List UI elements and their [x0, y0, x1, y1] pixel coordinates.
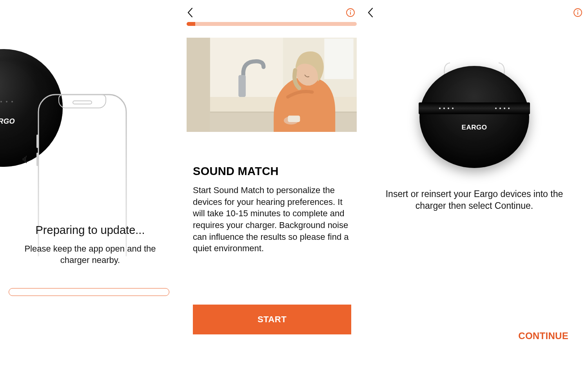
- svg-rect-6: [350, 12, 351, 15]
- svg-point-20: [577, 10, 579, 11]
- svg-rect-13: [324, 38, 353, 79]
- back-icon[interactable]: [186, 7, 195, 18]
- sound-match-heading: SOUND MATCH: [193, 165, 351, 178]
- svg-rect-1: [73, 101, 92, 104]
- continue-button-label: CONTINUE: [518, 330, 568, 341]
- screen-insert-devices: EARGO Insert or reinsert your Eargo devi…: [361, 0, 588, 387]
- charger-device: [419, 66, 529, 168]
- led-dots-left: [439, 108, 454, 109]
- device-brand-label: ARGO: [0, 117, 15, 126]
- device-brand-label: EARGO: [462, 124, 487, 131]
- header-bar: [186, 5, 355, 20]
- led-dots-right: [495, 108, 510, 109]
- signal-icon: [16, 151, 32, 168]
- svg-rect-3: [36, 153, 38, 166]
- onboarding-progress-fill: [187, 22, 195, 26]
- update-illustration: ARGO: [0, 49, 176, 167]
- svg-rect-8: [187, 38, 210, 132]
- continue-button[interactable]: CONTINUE: [518, 330, 568, 341]
- svg-point-5: [350, 10, 351, 11]
- onboarding-progress-bar: [187, 22, 357, 26]
- header-bar: [366, 5, 583, 20]
- charger-lid-band: [419, 102, 530, 114]
- insert-devices-body: Insert or reinsert your Eargo devices in…: [380, 188, 568, 212]
- screen-update: ARGO Preparing to update... Please kee: [0, 0, 180, 387]
- back-icon[interactable]: [366, 7, 376, 18]
- sound-match-photo: [187, 38, 357, 132]
- update-title: Preparing to update...: [8, 224, 172, 237]
- info-icon[interactable]: [346, 8, 355, 17]
- charger-illustration: EARGO: [361, 62, 588, 168]
- svg-rect-14: [238, 75, 246, 97]
- svg-rect-17: [288, 116, 300, 122]
- svg-rect-2: [36, 135, 38, 148]
- screen-sound-match: SOUND MATCH Start Sound Match to persona…: [180, 0, 361, 387]
- update-body: Please keep the app open and the charger…: [24, 243, 157, 266]
- info-icon[interactable]: [573, 8, 583, 17]
- led-dots: [0, 101, 13, 102]
- start-button[interactable]: START: [193, 305, 351, 334]
- svg-rect-21: [577, 12, 578, 15]
- sound-match-body: Start Sound Match to personalize the dev…: [193, 184, 351, 254]
- update-progress-bar: [9, 288, 169, 296]
- start-button-label: START: [258, 314, 287, 325]
